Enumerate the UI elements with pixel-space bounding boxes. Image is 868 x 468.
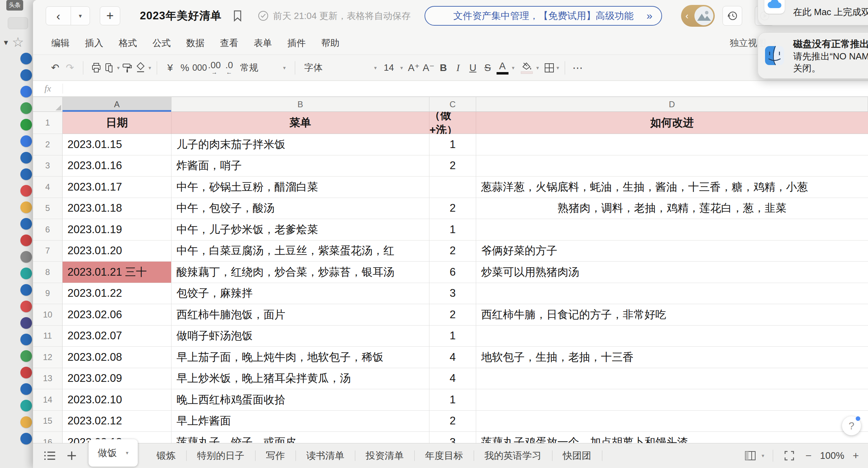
menu-insert[interactable]: 插入 — [85, 37, 103, 49]
bookmark-favicon[interactable] — [20, 168, 32, 180]
row-number[interactable]: 14 — [33, 389, 63, 411]
format-painter-button[interactable] — [120, 59, 135, 77]
menu-format[interactable]: 格式 — [119, 37, 137, 49]
more-tools-button[interactable]: ⋯ — [571, 59, 585, 77]
collapse-arrow-icon[interactable]: ▼ — [2, 39, 9, 47]
cell-note[interactable] — [476, 283, 868, 304]
row-number[interactable]: 5 — [33, 198, 63, 219]
cell-menu[interactable]: 中午，白菜豆腐汤，土豆丝，紫菜蛋花汤，红 — [171, 241, 429, 262]
bookmark-favicon[interactable] — [20, 135, 32, 147]
undo-button[interactable]: ↶ — [48, 59, 63, 77]
column-header-d[interactable]: D — [476, 97, 868, 112]
row-number[interactable]: 2 — [33, 134, 63, 155]
eraser-button[interactable]: ▾ — [135, 59, 151, 77]
background-button[interactable] — [8, 17, 28, 29]
bookmark-favicon[interactable] — [20, 268, 32, 279]
sheet-tab[interactable]: 写作 — [255, 449, 296, 462]
bookmark-favicon[interactable] — [20, 416, 32, 428]
cell-a1[interactable]: 日期 — [63, 112, 171, 134]
decrease-decimal-button[interactable]: .0 ← — [222, 59, 237, 77]
promo-banner-button[interactable]: 文件资产集中管理，【免费试用】高级功能 » — [425, 6, 662, 26]
column-header-c[interactable]: C — [429, 97, 476, 112]
cell-count[interactable]: 1 — [429, 326, 476, 347]
cell-menu[interactable]: 早上炸酱面 — [171, 411, 429, 432]
menu-view[interactable]: 查看 — [220, 37, 238, 49]
percent-format-button[interactable]: % — [177, 59, 192, 77]
bold-button[interactable]: B — [436, 59, 451, 77]
cell-date[interactable]: 2023.02.08 — [63, 347, 171, 368]
sheet-tab[interactable]: 特别的日子 — [187, 449, 255, 462]
bookmark-favicon[interactable] — [20, 152, 32, 164]
font-color-button[interactable]: A — [495, 59, 510, 77]
cell-menu[interactable]: 晚上西红柿鸡蛋面收拾 — [171, 389, 429, 411]
zoom-level[interactable]: 100% — [820, 450, 844, 461]
bookmark-favicon[interactable] — [20, 251, 32, 263]
number-format-dropdown[interactable]: 常规 ▾ — [237, 59, 289, 77]
column-header-a[interactable]: A — [63, 97, 171, 112]
row-number[interactable]: 11 — [33, 326, 63, 347]
zoom-in-button[interactable]: + — [853, 450, 859, 462]
fill-color-button[interactable] — [519, 59, 534, 77]
borders-button[interactable]: ▾ — [544, 59, 559, 77]
cell-menu[interactable]: 做哨子虾汤泡饭 — [171, 326, 429, 347]
cell-menu[interactable]: 早上茄子面，晚上炖牛肉，地软包子，稀饭 — [171, 347, 429, 368]
cell-menu[interactable]: 莲藕丸子，饺子，或面皮 — [171, 432, 429, 443]
paste-format-button[interactable]: ▾ — [104, 59, 120, 77]
cell-count[interactable]: 3 — [429, 432, 476, 443]
cell-note[interactable] — [476, 219, 868, 241]
cell-date[interactable]: 2023.02.06 — [63, 304, 171, 326]
row-number[interactable]: 8 — [33, 262, 63, 283]
cell-menu[interactable]: 中午，砂锅土豆粉，醋溜白菜 — [171, 177, 429, 198]
cell-date[interactable]: 2023.01.20 — [63, 241, 171, 262]
font-size-dropdown[interactable]: 14 ▾ — [380, 59, 406, 77]
row-number[interactable]: 7 — [33, 241, 63, 262]
cell-count[interactable] — [429, 177, 476, 198]
add-sheet-button[interactable] — [64, 448, 79, 463]
cell-count[interactable]: 3 — [429, 283, 476, 304]
cell-count[interactable]: 4 — [429, 347, 476, 368]
redo-button[interactable]: ↷ — [63, 59, 77, 77]
cell-count[interactable]: 1 — [429, 219, 476, 241]
print-button[interactable] — [89, 59, 104, 77]
cell-count[interactable]: 1 — [429, 134, 476, 155]
bookmark-favicon[interactable] — [20, 235, 32, 246]
increase-font-button[interactable]: A⁺ — [407, 59, 421, 77]
cell-date[interactable]: 2023.02.09 — [63, 368, 171, 390]
account-chip[interactable]: ‹ — [681, 5, 715, 27]
help-button[interactable]: ? — [842, 416, 861, 435]
bookmark-favicon[interactable] — [20, 284, 32, 296]
row-number[interactable]: 6 — [33, 219, 63, 241]
italic-button[interactable]: I — [451, 59, 466, 77]
bookmark-favicon[interactable] — [20, 433, 32, 444]
bookmark-favicon[interactable] — [20, 201, 32, 213]
cell-note[interactable]: 地软包子，生抽，老抽，十三香 — [476, 347, 868, 368]
menu-form[interactable]: 表单 — [254, 37, 272, 49]
cell-b1[interactable]: 菜单 — [171, 112, 429, 134]
back-button[interactable]: ‹ — [46, 6, 71, 25]
cell-menu[interactable]: 酸辣藕丁，红绕肉，炒合菜，炒蒜苔，银耳汤 — [171, 262, 429, 283]
row-number[interactable]: 13 — [33, 368, 63, 390]
bookmark-favicon[interactable] — [20, 102, 32, 114]
sheet-tab[interactable]: 读书清单 — [296, 449, 355, 462]
cell-count[interactable]: 6 — [429, 262, 476, 283]
notification-disk-eject[interactable]: 磁盘没有正常推出 请先推出“NO NAME” 关闭。 — [758, 32, 868, 79]
row-number[interactable]: 10 — [33, 304, 63, 326]
bookmark-favicon[interactable] — [20, 218, 32, 230]
cell-menu[interactable]: 西红柿牛腩泡饭，面片 — [171, 304, 429, 326]
zoom-out-button[interactable]: − — [805, 450, 812, 462]
bookmark-favicon[interactable] — [20, 53, 32, 64]
cell-date[interactable]: 2023.01.17 — [63, 177, 171, 198]
cell-note[interactable] — [476, 411, 868, 432]
cell-count[interactable]: 1 — [429, 389, 476, 411]
cell-note[interactable] — [476, 368, 868, 390]
cell-date[interactable]: 2023.02.07 — [63, 326, 171, 347]
menu-formula[interactable]: 公式 — [153, 37, 171, 49]
cell-note[interactable]: 爷俩好菜的方子 — [476, 241, 868, 262]
cell-count[interactable]: 2 — [429, 304, 476, 326]
history-button[interactable] — [723, 6, 742, 26]
bookmark-favicon[interactable] — [20, 400, 32, 411]
bookmark-favicon-list[interactable] — [20, 53, 32, 449]
menu-edit[interactable]: 编辑 — [51, 37, 70, 49]
cell-date[interactable]: 2023.02.12 — [63, 411, 171, 432]
cell-note[interactable]: 西红柿牛腩，日食记的方子，非常好吃 — [476, 304, 868, 326]
